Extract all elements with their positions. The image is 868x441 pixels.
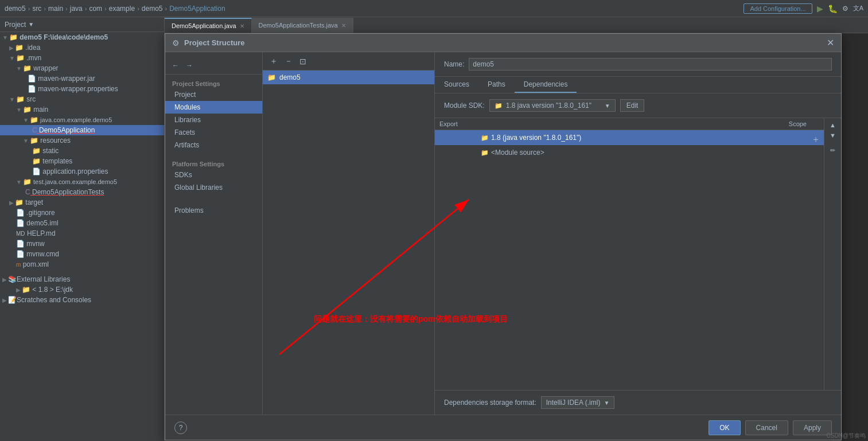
tab-paths[interactable]: Paths — [478, 77, 515, 93]
platform-settings-section: Platform Settings — [165, 157, 262, 169]
tree-item-external-libraries[interactable]: ▶ 📚 External Libraries — [0, 274, 164, 284]
tab-demo5application[interactable]: Demo5Application.java ✕ — [165, 18, 252, 33]
tree-item-gitignore[interactable]: 📄 .gitignore — [0, 208, 164, 218]
add-dependency-button[interactable]: ＋ — [811, 134, 820, 146]
dep-col-scope-header: Scope — [766, 120, 824, 127]
tree-item-test[interactable]: ▼ 📁 test.java.com.example.demo5 — [0, 177, 164, 187]
breadcrumb-app[interactable]: Demo5Application — [169, 5, 225, 13]
language-button[interactable]: 文A — [853, 4, 863, 13]
dep-move-down-button[interactable]: ▼ — [828, 131, 837, 140]
expand-src[interactable]: ▼ — [9, 96, 15, 103]
nav-item-libraries[interactable]: Libraries — [165, 114, 262, 126]
copy-module-button[interactable]: ⊡ — [297, 56, 309, 67]
dialog-title: Project Structure — [184, 38, 244, 47]
expand-scratches[interactable]: ▶ — [2, 297, 7, 303]
debug-button[interactable]: 🐛 — [828, 4, 838, 13]
add-configuration-button[interactable]: Add Configuration... — [744, 3, 812, 14]
tab-demo5application-label: Demo5Application.java — [172, 22, 236, 29]
wrapper-label: wrapper — [32, 64, 59, 72]
sdk-select-button[interactable]: 📁 1.8 java version "1.8.0_161" ▼ — [489, 99, 616, 112]
nav-item-facets[interactable]: Facets — [165, 126, 262, 139]
project-dropdown-icon[interactable]: ▼ — [28, 21, 34, 28]
tree-item-pom-xml[interactable]: m pom.xml — [0, 259, 164, 270]
storage-format-row: Dependencies storage format: IntelliJ ID… — [435, 390, 841, 415]
tree-item-resources[interactable]: ▼ 📁 resources — [0, 135, 164, 146]
expand-ext-lib[interactable]: ▶ — [2, 276, 7, 283]
dep-edit-button[interactable]: ✏ — [829, 146, 836, 155]
jdk-label: < 1.8 > E:\jdk — [30, 286, 73, 294]
dep-move-up-button[interactable]: ▲ — [828, 120, 837, 130]
expand-demo5[interactable]: ▼ — [2, 34, 8, 41]
tree-item-wrapper[interactable]: ▼ 📁 wrapper — [0, 63, 164, 73]
expand-target[interactable]: ▶ — [9, 200, 14, 206]
dialog-close-button[interactable]: ✕ — [827, 38, 834, 48]
tree-item-scratches[interactable]: ▶ 📝 Scratches and Consoles — [0, 295, 164, 305]
breadcrumb-main[interactable]: main — [48, 5, 63, 13]
tree-item-main[interactable]: ▼ 📁 main — [0, 104, 164, 115]
tree-item-demo5tests[interactable]: C Demo5ApplicationTests — [0, 187, 164, 197]
breadcrumb-example[interactable]: example — [109, 5, 135, 13]
expand-wrapper[interactable]: ▼ — [16, 65, 22, 72]
module-name-input[interactable] — [469, 58, 832, 71]
tree-item-mvnw-cmd[interactable]: 📄 mvnw.cmd — [0, 249, 164, 259]
tree-item-java-main[interactable]: ▼ 📁 java.com.example.demo5 — [0, 115, 164, 125]
tree-item-templates[interactable]: 📁 templates — [0, 156, 164, 166]
expand-java-main[interactable]: ▼ — [23, 117, 29, 123]
dep-row-sdk[interactable]: 📁 1.8 (java version "1.8.0_161") — [435, 130, 824, 145]
tab-close-icon-2[interactable]: ✕ — [341, 22, 346, 29]
tree-item-mvnw[interactable]: 📄 mvnw — [0, 239, 164, 249]
ok-button[interactable]: OK — [709, 420, 740, 435]
footer-left: ? — [174, 422, 187, 434]
expand-mvn[interactable]: ▼ — [9, 55, 15, 61]
remove-module-button[interactable]: － — [282, 55, 295, 68]
build-button[interactable]: ⚙ — [842, 5, 848, 13]
nav-item-modules[interactable]: Modules — [165, 101, 262, 114]
mvnw-cmd-label: mvnw.cmd — [25, 250, 59, 258]
tab-demo5tests[interactable]: Demo5ApplicationTests.java ✕ — [252, 18, 353, 33]
tree-item-demo5app[interactable]: C Demo5Application — [0, 125, 164, 135]
breadcrumb-demo5[interactable]: demo5 — [5, 5, 26, 13]
breadcrumb-com[interactable]: com — [89, 5, 102, 13]
breadcrumb-src[interactable]: src — [32, 5, 41, 13]
module-item-demo5[interactable]: 📁 demo5 — [263, 71, 434, 84]
tree-item-app-props[interactable]: 📄 application.properties — [0, 166, 164, 177]
nav-forward-button[interactable]: → — [184, 60, 195, 71]
tree-item-demo5-root[interactable]: ▼ 📁 demo5 F:\idea\code\demo5 — [0, 32, 164, 42]
tree-item-help-md[interactable]: MD HELP.md — [0, 228, 164, 239]
add-module-button[interactable]: ＋ — [267, 55, 280, 68]
sdk-edit-button[interactable]: Edit — [620, 99, 645, 112]
tree-item-src[interactable]: ▼ 📁 src — [0, 94, 164, 104]
nav-back-button[interactable]: ← — [170, 60, 181, 71]
nav-item-artifacts[interactable]: Artifacts — [165, 139, 262, 151]
expand-main[interactable]: ▼ — [16, 107, 22, 113]
tree-item-jdk[interactable]: ▶ 📁 < 1.8 > E:\jdk — [0, 284, 164, 295]
nav-item-global-libraries[interactable]: Global Libraries — [165, 181, 262, 194]
expand-resources[interactable]: ▼ — [23, 138, 29, 144]
file-icon-maven-jar: 📄 — [28, 75, 36, 83]
tree-item-maven-jar[interactable]: 📄 maven-wrapper.jar — [0, 73, 164, 84]
tab-dependencies[interactable]: Dependencies — [515, 77, 577, 93]
cancel-button[interactable]: Cancel — [745, 420, 788, 435]
nav-item-project[interactable]: Project — [165, 88, 262, 101]
nav-item-sdks[interactable]: SDKs — [165, 169, 262, 181]
folder-icon-idea: 📁 — [15, 44, 24, 52]
folder-icon-static: 📁 — [32, 147, 41, 155]
tree-item-maven-props[interactable]: 📄 maven-wrapper.properties — [0, 84, 164, 94]
tab-close-icon[interactable]: ✕ — [240, 23, 244, 29]
tab-sources[interactable]: Sources — [435, 77, 478, 93]
storage-format-select[interactable]: IntelliJ IDEA (.iml) ▼ — [541, 396, 615, 409]
dep-row-module-source[interactable]: 📁 <Module source> — [435, 145, 824, 160]
breadcrumb-demo5-2[interactable]: demo5 — [142, 5, 163, 13]
tree-item-demo5-iml[interactable]: 📄 demo5.iml — [0, 218, 164, 228]
expand-test[interactable]: ▼ — [16, 179, 22, 185]
nav-item-problems[interactable]: Problems — [165, 204, 262, 217]
tree-item-mvn[interactable]: ▼ 📁 .mvn — [0, 53, 164, 63]
tree-item-idea[interactable]: ▶ 📁 .idea — [0, 42, 164, 53]
expand-jdk[interactable]: ▶ — [16, 287, 21, 293]
breadcrumb-java[interactable]: java — [70, 5, 83, 13]
help-button[interactable]: ? — [174, 422, 187, 434]
run-button[interactable]: ▶ — [817, 4, 823, 13]
tree-item-target[interactable]: ▶ 📁 target — [0, 197, 164, 208]
tree-item-static[interactable]: 📁 static — [0, 146, 164, 156]
expand-idea[interactable]: ▶ — [9, 45, 14, 51]
